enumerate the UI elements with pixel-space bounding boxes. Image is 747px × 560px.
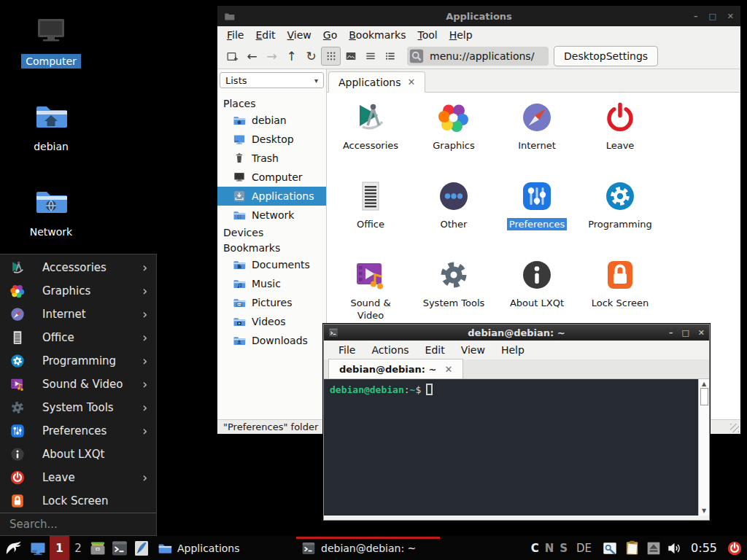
desktop-icon-debian[interactable]: debian: [15, 98, 88, 154]
app-item-label: Leave: [604, 139, 637, 152]
sidebar-mode-select[interactable]: Lists ▾: [220, 72, 324, 88]
terminal-content[interactable]: debian@debian:~$: [324, 379, 698, 516]
terminal-tab[interactable]: debian@debian: ~ ✕: [328, 359, 463, 378]
sidebar-tree: PlacesdebianDesktopTrashComputerApplicat…: [217, 96, 326, 350]
up-button[interactable]: ↑: [282, 47, 301, 66]
back-button[interactable]: ←: [242, 47, 262, 66]
menu-help[interactable]: Help: [444, 29, 479, 41]
new-tab-button[interactable]: [222, 47, 242, 66]
resize-grip[interactable]: [730, 424, 739, 432]
menu-actions[interactable]: Actions: [363, 344, 417, 356]
terminal-titlebar[interactable]: debian@debian: ~ – □ ✕: [324, 324, 709, 341]
sidebar-item-videos[interactable]: Videos: [217, 312, 326, 331]
menu-file[interactable]: File: [330, 344, 363, 356]
address-bar[interactable]: menu://applications/: [407, 47, 549, 66]
submenu-arrow-icon: ›: [142, 472, 147, 484]
sidebar-item-pictures[interactable]: Pictures: [217, 293, 326, 312]
scroll-up-icon[interactable]: ▲: [702, 381, 706, 387]
internet-icon: [519, 100, 554, 135]
sidebar-item-desktop[interactable]: Desktop: [217, 130, 326, 149]
file-manager-toolbar: ← → ↑ ↻ menu://applications/ DesktopSett…: [217, 44, 740, 69]
file-manager-titlebar[interactable]: Applications – □ ✕: [217, 6, 740, 26]
terminal-tabbar: debian@debian: ~ ✕: [324, 359, 709, 379]
folder-documents-icon: [233, 258, 246, 271]
quicklaunch-featherpad-button[interactable]: [131, 536, 152, 560]
screenshot-tray-icon[interactable]: [602, 540, 618, 556]
menu-item-graphics[interactable]: Graphics›: [0, 279, 156, 303]
sidebar-item-documents[interactable]: Documents: [217, 255, 326, 274]
start-menu-button[interactable]: [0, 536, 26, 560]
menu-bookmarks[interactable]: Bookmarks: [343, 29, 411, 41]
folder-music-icon: [233, 277, 246, 290]
icon-view-button[interactable]: [321, 47, 341, 66]
menu-item-accessories[interactable]: Accessories›: [0, 256, 156, 279]
detailed-view-button[interactable]: [380, 47, 400, 66]
menu-tool[interactable]: Tool: [411, 29, 443, 41]
menu-item-leave[interactable]: Leave›: [0, 466, 156, 489]
menu-go[interactable]: Go: [317, 29, 343, 41]
app-item-label: Other: [438, 218, 470, 230]
sidebar-item-label: Downloads: [252, 335, 308, 346]
desktop-icon-computer[interactable]: Computer: [15, 13, 88, 69]
clipboard-tray-icon[interactable]: [624, 540, 640, 556]
leave-filled-icon: [9, 470, 26, 486]
workspace-1-button[interactable]: 1: [50, 536, 69, 560]
taskbar-task-applications[interactable]: Applications: [152, 536, 296, 560]
tab-applications[interactable]: Applications ✕: [328, 71, 425, 93]
menu-item-internet[interactable]: Internet›: [0, 303, 156, 326]
app-item-accessories[interactable]: Accessories: [329, 100, 412, 179]
sidebar-item-trash[interactable]: Trash: [217, 149, 326, 168]
eject-tray-icon[interactable]: [646, 541, 661, 556]
sidebar-item-downloads[interactable]: Downloads: [217, 331, 326, 350]
taskbar-task-debian-debian-~[interactable]: debian@debian: ~: [296, 536, 440, 560]
sidebar-item-debian[interactable]: debian: [217, 111, 326, 130]
keyboard-layout[interactable]: DE: [576, 542, 592, 555]
sidebar-item-computer[interactable]: Computer: [217, 168, 326, 187]
sidebar-item-music[interactable]: Music: [217, 274, 326, 293]
scrollbar-thumb[interactable]: [700, 388, 708, 405]
menu-item-system-tools[interactable]: System Tools›: [0, 396, 156, 419]
app-item-leave[interactable]: Leave: [578, 100, 662, 179]
desktop-icon-network[interactable]: Network: [15, 184, 88, 239]
keyboard-indicators: CNS: [528, 542, 570, 555]
menu-help[interactable]: Help: [493, 344, 533, 356]
app-item-programming[interactable]: Programming: [578, 179, 662, 257]
menu-item-about-lxqt[interactable]: About LXQt: [0, 443, 156, 466]
menu-edit[interactable]: Edit: [249, 29, 281, 41]
menu-view[interactable]: View: [453, 344, 493, 356]
start-menu-items: Accessories›Graphics›Internet›Office›Pro…: [0, 254, 156, 513]
tab-close-icon[interactable]: ✕: [408, 77, 416, 88]
desktop-settings-button[interactable]: DesktopSettings: [554, 46, 658, 66]
reload-button[interactable]: ↻: [301, 47, 321, 66]
app-item-other[interactable]: Other: [412, 179, 495, 257]
terminal-scrollbar[interactable]: ▲ ▼: [698, 379, 709, 516]
scroll-down-icon[interactable]: ▼: [702, 508, 706, 514]
clock[interactable]: 0:55: [691, 541, 717, 555]
menu-item-sound-video[interactable]: Sound & Video›: [0, 373, 156, 396]
sidebar-item-network[interactable]: Network: [217, 206, 326, 225]
app-item-preferences[interactable]: Preferences: [495, 179, 578, 257]
forward-button[interactable]: →: [262, 47, 282, 66]
menu-edit[interactable]: Edit: [417, 344, 453, 356]
desktop-switcher-icon[interactable]: [26, 536, 50, 560]
internet-icon: [9, 306, 26, 322]
volume-icon[interactable]: [667, 540, 683, 556]
thumbnail-view-button[interactable]: [341, 47, 360, 66]
power-button[interactable]: [727, 540, 743, 556]
quicklaunch-archive-button[interactable]: [87, 536, 109, 560]
sidebar-item-applications[interactable]: Applications: [217, 187, 326, 206]
app-item-internet[interactable]: Internet: [495, 100, 578, 179]
compact-view-button[interactable]: [360, 47, 380, 66]
menu-item-office[interactable]: Office›: [0, 326, 156, 349]
start-menu-search-input[interactable]: Search...: [0, 513, 156, 535]
menu-item-programming[interactable]: Programming›: [0, 349, 156, 373]
quicklaunch-terminal-button[interactable]: [109, 536, 131, 560]
tab-close-icon[interactable]: ✕: [444, 364, 452, 375]
menu-view[interactable]: View: [282, 29, 317, 41]
menu-item-lock-screen[interactable]: Lock Screen: [0, 489, 156, 513]
app-item-graphics[interactable]: Graphics: [412, 100, 495, 179]
menu-file[interactable]: File: [221, 29, 249, 41]
app-item-office[interactable]: Office: [329, 179, 412, 257]
menu-item-preferences[interactable]: Preferences›: [0, 419, 156, 443]
workspace-2-button[interactable]: 2: [69, 536, 87, 560]
